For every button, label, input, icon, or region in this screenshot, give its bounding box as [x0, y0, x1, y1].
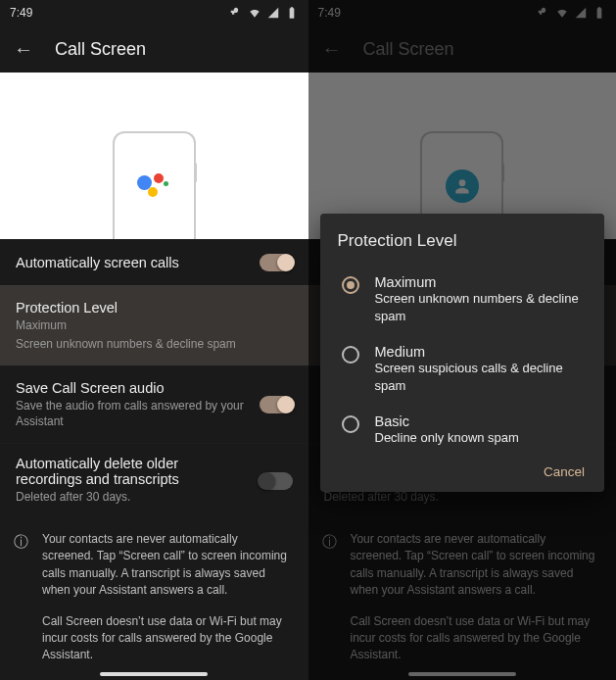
option-label: Medium [375, 344, 593, 360]
info-text-1: Your contacts are never automatically sc… [42, 531, 293, 600]
dialog-title: Protection Level [338, 231, 597, 251]
option-maximum[interactable]: Maximum Screen unknown numbers & decline… [338, 265, 597, 334]
setting-protection-level[interactable]: Protection Level Maximum Screen unknown … [0, 285, 308, 365]
setting-auto-delete[interactable]: Automatically delete older recordings an… [0, 443, 308, 517]
assistant-logo-icon [137, 170, 170, 203]
radio-selected-icon [342, 276, 359, 294]
toggle-auto-delete[interactable] [260, 472, 293, 490]
option-desc: Screen suspicious calls & decline spam [375, 360, 593, 394]
option-medium[interactable]: Medium Screen suspicious calls & decline… [338, 334, 597, 404]
setting-desc: Screen unknown numbers & decline spam [16, 337, 293, 353]
hero-illustration [0, 73, 308, 239]
setting-desc: Deleted after 30 days. [16, 490, 248, 506]
page-title: Call Screen [55, 39, 146, 60]
radio-unselected-icon [342, 346, 359, 364]
status-time: 7:49 [10, 6, 32, 20]
setting-title: Automatically delete older recordings an… [16, 456, 248, 487]
option-basic[interactable]: Basic Decline only known spam [338, 404, 597, 457]
battery-icon [285, 6, 299, 20]
info-block: ⓘ Your contacts are never automatically … [0, 517, 308, 680]
setting-title: Save Call Screen audio [16, 380, 248, 396]
device-illustration [113, 131, 196, 239]
option-label: Basic [375, 413, 519, 429]
info-icon: ⓘ [14, 533, 28, 678]
screenshot-right: 7:49 ← Call Screen Automatically screen … [308, 0, 617, 680]
nav-handle[interactable] [100, 672, 208, 676]
toggle-save-audio[interactable] [260, 396, 293, 413]
toggle-auto-screen[interactable] [260, 254, 293, 271]
screenshot-left: 7:49 ← Call Screen Automatically screen … [0, 0, 308, 680]
app-bar: ← Call Screen [0, 25, 308, 73]
radio-unselected-icon [342, 415, 359, 433]
setting-save-audio[interactable]: Save Call Screen audio Save the audio fr… [0, 365, 308, 443]
option-desc: Decline only known spam [375, 429, 519, 447]
signal-icon [266, 6, 280, 20]
option-label: Maximum [375, 274, 593, 290]
status-bar: 7:49 [0, 0, 308, 25]
info-text-2: Call Screen doesn’t use data or Wi-Fi bu… [42, 613, 293, 664]
setting-value: Maximum [16, 318, 293, 334]
option-desc: Screen unknown numbers & decline spam [375, 290, 593, 324]
setting-auto-screen[interactable]: Automatically screen calls [0, 239, 308, 285]
setting-desc: Save the audio from calls answered by yo… [16, 399, 248, 429]
wifi-icon [248, 6, 261, 20]
protection-level-dialog: Protection Level Maximum Screen unknown … [320, 214, 605, 492]
vpn-key-icon [229, 6, 243, 20]
back-icon[interactable]: ← [14, 38, 33, 61]
cancel-button[interactable]: Cancel [544, 464, 585, 479]
setting-title: Automatically screen calls [16, 255, 248, 270]
setting-title: Protection Level [16, 300, 293, 316]
